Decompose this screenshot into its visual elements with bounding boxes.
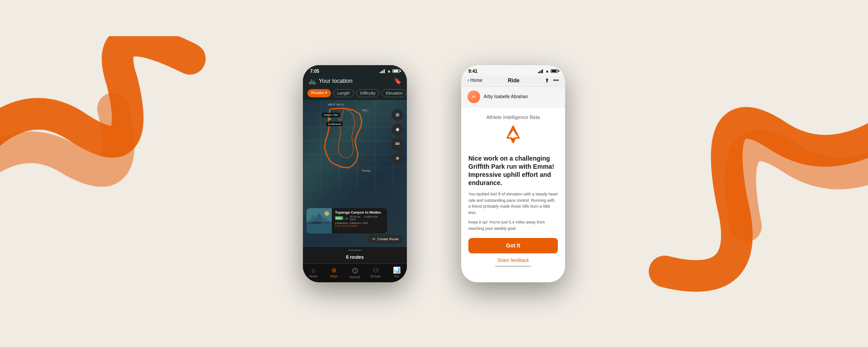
filter-bar: Routes ▾ Length Difficulty Elevation Sur… bbox=[303, 87, 407, 100]
phone2-screen: 9:41 ▲ ‹ Hom bbox=[461, 65, 565, 282]
phone2-status-bar: 9:41 ▲ bbox=[461, 65, 565, 76]
nav-home-label: Home bbox=[309, 275, 318, 278]
nav-record[interactable]: ⊙ Record bbox=[344, 266, 365, 279]
ride-title: Ride bbox=[508, 77, 519, 84]
ai-body2: Keep it up! You're just 5.4 miles away f… bbox=[468, 219, 558, 232]
phone1-frame: 7:05 ▲ 🚲 Yo bbox=[303, 65, 407, 282]
nav-groups-label: Groups bbox=[371, 275, 381, 278]
landscape-image bbox=[307, 208, 332, 233]
pin-calabasas-label: Calabasas bbox=[326, 122, 343, 126]
route-card-image bbox=[307, 208, 332, 233]
nav-you-label: You bbox=[394, 275, 399, 278]
phones-container: 7:05 ▲ 🚲 Yo bbox=[0, 0, 868, 347]
routes-drag-indicator bbox=[348, 250, 362, 251]
layers-button[interactable]: ⊞ bbox=[392, 109, 403, 121]
pin-calabasas: Calabasas bbox=[326, 122, 343, 127]
route-meta: Easy 🚲 20.52 mi · 1,539 ft (1h 22m) bbox=[335, 215, 384, 221]
svg-text:Topanga...: Topanga... bbox=[362, 169, 372, 172]
nav-groups[interactable]: ⚇ Groups bbox=[365, 266, 386, 279]
wifi-icon: ▲ bbox=[387, 69, 391, 73]
you-icon: 📊 bbox=[393, 266, 401, 274]
difficulty-badge: Easy bbox=[335, 216, 343, 220]
share-feedback-link[interactable]: Share feedback bbox=[497, 258, 529, 263]
location-button[interactable]: ⊕ bbox=[392, 152, 403, 164]
battery2-icon bbox=[551, 69, 558, 73]
back-button[interactable]: ‹ Home bbox=[467, 78, 482, 83]
wifi2-icon: ▲ bbox=[545, 69, 549, 73]
strava-logo bbox=[502, 125, 524, 148]
phone2-time: 9:41 bbox=[468, 69, 477, 74]
phone1-screen: 7:05 ▲ 🚲 Yo bbox=[303, 65, 407, 282]
route-name: Topanga Canyon to Malibu bbox=[335, 210, 384, 214]
route-stats: 20.52 mi · 1,539 ft (1h 22m) bbox=[350, 215, 384, 221]
phone1-header-left: 🚲 Your location bbox=[308, 77, 353, 85]
signal-icon bbox=[380, 69, 385, 73]
got-it-button[interactable]: Got It bbox=[468, 238, 558, 253]
location-title: Your location bbox=[319, 77, 353, 84]
svg-point-19 bbox=[325, 211, 329, 216]
ai-body1: You tackled 942 ft of elevation with a s… bbox=[468, 191, 558, 216]
filter-difficulty[interactable]: Difficulty bbox=[356, 89, 380, 97]
athlete-name: Arby Isabelle Abrahan bbox=[484, 94, 528, 99]
more-icon[interactable]: ••• bbox=[553, 77, 559, 84]
signal2-icon bbox=[538, 69, 543, 73]
avatar-initials: AI bbox=[472, 95, 476, 99]
nav-you[interactable]: 📊 You bbox=[386, 266, 407, 279]
pin-settings-icon: ⚙ bbox=[338, 118, 340, 121]
phone1-header: 🚲 Your location 🔖 bbox=[303, 76, 407, 87]
header-actions: ⬆ ••• bbox=[545, 77, 559, 84]
athlete-row: AI Arby Isabelle Abrahan bbox=[461, 87, 565, 107]
home-indicator bbox=[495, 266, 531, 267]
3d-button[interactable]: 3D bbox=[392, 138, 403, 150]
create-route-button[interactable]: ✏ Create Route bbox=[368, 235, 403, 243]
pin-hidden-hills-label: Hidden Hills bbox=[322, 113, 340, 117]
filter-routes[interactable]: Routes ▾ bbox=[307, 89, 331, 97]
pin-hidden-hills: Hidden Hills ⚙ bbox=[322, 113, 340, 121]
phone2-status-icons: ▲ bbox=[538, 69, 558, 73]
nav-record-label: Record bbox=[350, 276, 360, 279]
route-card[interactable]: Topanga Canyon to Malibu Easy 🚲 20.52 mi… bbox=[307, 208, 387, 233]
athlete-avatar: AI bbox=[467, 90, 480, 103]
svg-text:TARZ...: TARZ... bbox=[362, 109, 369, 112]
map-controls: ⊞ ◉ 3D ⊕ bbox=[392, 109, 403, 164]
nav-home[interactable]: ⌂ Home bbox=[303, 266, 324, 279]
phone1-status-icons: ▲ bbox=[380, 69, 400, 73]
phone2-frame: 9:41 ▲ ‹ Hom bbox=[461, 65, 565, 282]
record-icon: ⊙ bbox=[352, 266, 359, 275]
ai-card: Athlete Intelligence Beta Nice work on a… bbox=[461, 107, 565, 282]
phone1-status-bar: 7:05 ▲ bbox=[303, 65, 407, 76]
share-icon[interactable]: ⬆ bbox=[545, 77, 549, 84]
ai-headline: Nice work on a challenging Griffith Park… bbox=[468, 154, 558, 187]
filter-elevation[interactable]: Elevation bbox=[382, 89, 406, 97]
battery-icon bbox=[392, 69, 400, 73]
groups-icon: ⚇ bbox=[373, 266, 379, 274]
maps-icon: ⊛ bbox=[331, 266, 337, 274]
bike-icon: 🚲 bbox=[308, 77, 316, 85]
bookmark-icon[interactable]: 🔖 bbox=[394, 77, 401, 85]
chevron-left-icon: ‹ bbox=[467, 78, 469, 83]
maptype-button[interactable]: ◉ bbox=[392, 124, 403, 135]
nav-maps[interactable]: ⊛ Maps bbox=[324, 266, 344, 279]
route-from-location: From your location bbox=[335, 224, 384, 227]
back-label: Home bbox=[470, 78, 482, 83]
route-card-info: Topanga Canyon to Malibu Easy 🚲 20.52 mi… bbox=[332, 208, 387, 233]
map-area[interactable]: WEST HILLS TARZ... Topanga... Hidden Hil… bbox=[303, 100, 407, 247]
routes-bar: 6 routes bbox=[303, 247, 407, 263]
filter-length[interactable]: Length bbox=[333, 89, 354, 97]
pencil-icon: ✏ bbox=[373, 237, 376, 241]
svg-text:WEST HILLS: WEST HILLS bbox=[328, 103, 344, 106]
phone1-time: 7:05 bbox=[310, 69, 319, 74]
routes-count: 6 routes bbox=[346, 255, 364, 260]
ai-card-title: Athlete Intelligence Beta bbox=[486, 114, 540, 120]
bottom-nav: ⌂ Home ⊛ Maps ⊙ Record ⚇ Groups 📊 You bbox=[303, 263, 407, 282]
location-dot bbox=[329, 118, 331, 120]
home-icon: ⌂ bbox=[311, 266, 315, 274]
phone2-header: ‹ Home Ride ⬆ ••• bbox=[461, 76, 565, 87]
nav-maps-label: Maps bbox=[330, 275, 338, 278]
